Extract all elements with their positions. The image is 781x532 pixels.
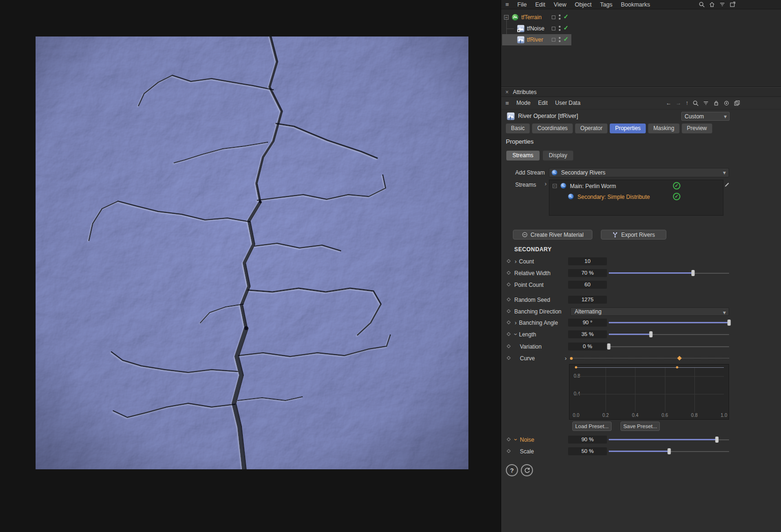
object-row-tfnoise[interactable]: tfNoise ✓ bbox=[501, 23, 604, 34]
length-field[interactable]: 35 % bbox=[568, 330, 607, 338]
search-icon[interactable] bbox=[693, 100, 699, 106]
enabled-check-icon[interactable]: ✓ bbox=[563, 36, 569, 43]
slider-thumb[interactable] bbox=[728, 320, 731, 326]
relative-width-field[interactable]: 70 % bbox=[568, 269, 607, 277]
history-forward-icon[interactable]: → bbox=[676, 100, 681, 106]
slider-thumb[interactable] bbox=[715, 437, 719, 443]
streams-expander-icon[interactable]: › bbox=[545, 181, 547, 187]
banching-angle-slider[interactable] bbox=[609, 318, 729, 328]
stream-enabled-icon[interactable]: ✓ bbox=[673, 182, 680, 189]
history-back-icon[interactable]: ← bbox=[666, 100, 672, 106]
menu-bookmarks[interactable]: Bookmarks bbox=[621, 1, 650, 8]
enabled-check-icon[interactable]: ✓ bbox=[563, 24, 569, 31]
reload-button[interactable] bbox=[521, 464, 533, 476]
curve-ramp-start-handle[interactable] bbox=[570, 357, 573, 360]
attr-menu-edit[interactable]: Edit bbox=[538, 100, 548, 106]
menu-tags[interactable]: Tags bbox=[600, 1, 612, 8]
keyframe-diamond-icon[interactable] bbox=[507, 356, 511, 360]
tab-operator[interactable]: Operator bbox=[575, 124, 607, 133]
visibility-dots[interactable] bbox=[559, 26, 561, 31]
stream-row-secondary[interactable]: Secondary: Simple Distribute ✓ bbox=[549, 192, 723, 202]
target-icon[interactable] bbox=[723, 100, 730, 106]
curve-ramp[interactable] bbox=[571, 358, 729, 358]
menu-edit[interactable]: Edit bbox=[535, 1, 546, 8]
stream-label[interactable]: Main: Perlin Worm bbox=[570, 183, 616, 189]
visibility-dots[interactable] bbox=[559, 15, 561, 20]
keyframe-diamond-icon[interactable] bbox=[507, 259, 511, 263]
expander-icon[interactable]: › bbox=[513, 258, 518, 265]
load-preset-button[interactable]: Load Preset... bbox=[572, 422, 612, 431]
banching-direction-dropdown[interactable]: Alternating ▾ bbox=[570, 307, 729, 316]
pick-edit-icon[interactable] bbox=[724, 181, 730, 187]
slider-thumb[interactable] bbox=[649, 331, 652, 337]
collapse-icon[interactable]: − bbox=[504, 15, 509, 20]
tab-properties[interactable]: Properties bbox=[610, 124, 646, 133]
enabled-check-icon[interactable]: ✓ bbox=[563, 13, 569, 20]
tab-coordinates[interactable]: Coordinates bbox=[532, 124, 573, 133]
keyframe-diamond-icon[interactable] bbox=[507, 309, 511, 313]
save-preset-button[interactable]: Save Preset... bbox=[620, 422, 660, 431]
curve-editor[interactable]: 0.8 0.4 0.0 0.2 0.4 0.6 0.8 1.0 bbox=[569, 364, 729, 420]
scale-field[interactable]: 50 % bbox=[568, 447, 607, 455]
attr-menu-mode[interactable]: Mode bbox=[517, 100, 531, 106]
tab-preview[interactable]: Preview bbox=[682, 124, 712, 133]
visibility-dots[interactable] bbox=[559, 37, 561, 42]
banching-angle-field[interactable]: 90 ° bbox=[568, 319, 607, 327]
menu-hamburger-icon[interactable]: ≡ bbox=[505, 1, 509, 8]
keyframe-diamond-icon[interactable] bbox=[507, 344, 511, 348]
slider-thumb[interactable] bbox=[667, 448, 671, 454]
search-icon[interactable] bbox=[699, 1, 705, 7]
close-icon[interactable]: × bbox=[505, 89, 509, 95]
keyframe-diamond-icon[interactable] bbox=[507, 283, 511, 286]
parent-up-icon[interactable]: ↑ bbox=[686, 100, 688, 106]
layer-chip[interactable] bbox=[552, 38, 555, 42]
object-row-tfterrain[interactable]: − tfTerrain ✓ bbox=[501, 12, 604, 23]
point-count-field[interactable]: 60 bbox=[568, 281, 607, 289]
menu-view[interactable]: View bbox=[554, 1, 566, 8]
curve-ramp-handle[interactable] bbox=[677, 356, 682, 361]
attr-menu-userdata[interactable]: User Data bbox=[555, 100, 580, 106]
length-slider[interactable] bbox=[609, 330, 729, 339]
count-field[interactable]: 10 bbox=[568, 257, 607, 265]
preset-dropdown[interactable]: Custom ▾ bbox=[681, 112, 730, 121]
layer-chip[interactable] bbox=[552, 15, 555, 19]
scale-slider[interactable] bbox=[609, 447, 729, 456]
subtab-streams[interactable]: Streams bbox=[506, 151, 540, 160]
curve-point[interactable] bbox=[575, 366, 577, 369]
tab-masking[interactable]: Masking bbox=[648, 124, 679, 133]
object-label[interactable]: tfRiver bbox=[527, 36, 543, 43]
keyframe-diamond-icon[interactable] bbox=[507, 321, 511, 324]
create-river-material-button[interactable]: Create River Material bbox=[513, 230, 592, 240]
variation-slider[interactable] bbox=[609, 342, 729, 351]
random-seed-field[interactable]: 1275 bbox=[568, 296, 607, 304]
slider-thumb[interactable] bbox=[691, 270, 694, 276]
noise-slider[interactable] bbox=[609, 435, 729, 445]
expander-icon[interactable]: › bbox=[513, 319, 518, 326]
curve-expander-icon[interactable]: › bbox=[563, 355, 568, 362]
stream-label[interactable]: Secondary: Simple Distribute bbox=[577, 194, 650, 200]
object-row-tfriver[interactable]: tfRiver ✓ bbox=[501, 34, 604, 45]
export-rivers-button[interactable]: Export Rivers bbox=[601, 230, 666, 240]
keyframe-diamond-icon[interactable] bbox=[507, 298, 511, 301]
menu-object[interactable]: Object bbox=[575, 1, 591, 8]
lock-icon[interactable] bbox=[713, 100, 719, 106]
tab-basic[interactable]: Basic bbox=[506, 124, 530, 133]
subtab-display[interactable]: Display bbox=[543, 151, 573, 160]
layer-chip[interactable] bbox=[552, 27, 555, 30]
object-label[interactable]: tfNoise bbox=[527, 25, 544, 32]
detach-panel-icon[interactable] bbox=[734, 100, 740, 106]
expander-open-icon[interactable]: › bbox=[512, 332, 519, 337]
curve-point[interactable] bbox=[676, 366, 679, 369]
help-button[interactable]: ? bbox=[506, 464, 518, 476]
keyframe-diamond-icon[interactable] bbox=[507, 332, 511, 336]
attr-hamburger-icon[interactable]: ≡ bbox=[505, 100, 509, 107]
variation-field[interactable]: 0 % bbox=[568, 343, 607, 350]
keyframe-diamond-icon[interactable] bbox=[507, 271, 511, 275]
noise-field[interactable]: 90 % bbox=[568, 436, 607, 444]
expander-open-icon[interactable]: › bbox=[512, 437, 519, 442]
add-stream-dropdown[interactable]: Secondary Rivers ▾ bbox=[549, 168, 729, 177]
stream-row-main[interactable]: − Main: Perlin Worm ✓ bbox=[549, 181, 723, 191]
stream-enabled-icon[interactable]: ✓ bbox=[673, 193, 680, 200]
collapse-icon[interactable]: − bbox=[553, 184, 557, 188]
new-window-icon[interactable] bbox=[730, 1, 736, 7]
